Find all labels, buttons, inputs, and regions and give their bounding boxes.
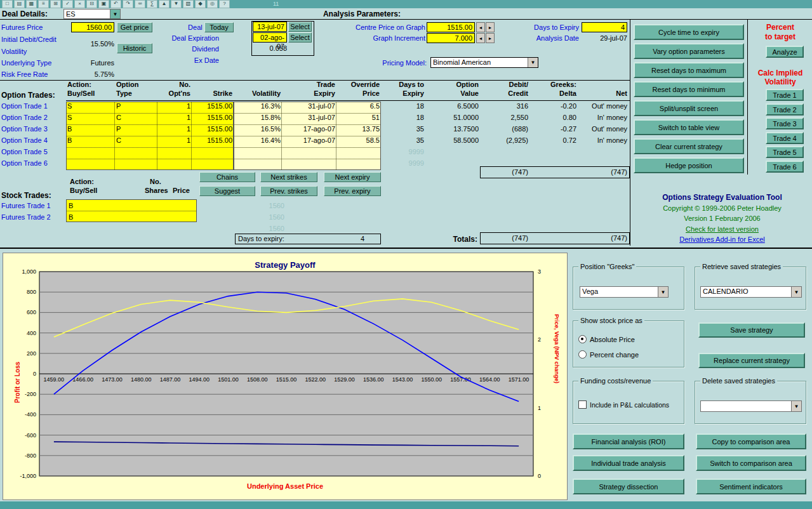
zoom-icon[interactable]: ◎ <box>207 0 218 8</box>
option-trades-input-block[interactable] <box>66 102 234 170</box>
split-unsplit-screen-button[interactable]: Split/unsplit screen <box>634 100 744 116</box>
switch-to-table-view-button[interactable]: Switch to table view <box>634 119 744 135</box>
centre-price-spin-down[interactable]: ◄ <box>476 22 485 32</box>
deal-expiration-input[interactable]: 02-ago-07 <box>253 32 287 43</box>
trade-2-type[interactable]: C <box>116 114 154 121</box>
hyperlink-icon[interactable]: ∞ <box>135 0 145 8</box>
historic-button[interactable]: Historic <box>117 43 152 53</box>
cut-icon[interactable]: × <box>74 0 85 8</box>
sentiment-indicators-button[interactable]: Sentiment indicators <box>696 479 806 494</box>
chevron-down-icon[interactable]: ▼ <box>791 287 801 297</box>
drawing-icon[interactable]: ◆ <box>195 0 206 8</box>
financial-analysis-button[interactable]: Financial analysis (ROI) <box>573 433 684 449</box>
centre-price-spin-up[interactable]: ► <box>486 22 495 32</box>
trade-3-type[interactable]: P <box>116 125 154 133</box>
replace-strategy-button[interactable]: Replace current strategy <box>698 353 805 368</box>
new-icon[interactable]: □ <box>2 0 13 8</box>
cycle-time-to-expiry-button[interactable]: Cycle time to expiry <box>634 24 744 40</box>
analyze-button[interactable]: Analyze <box>766 46 804 58</box>
trade-4-override[interactable]: 58.5 <box>336 136 380 144</box>
prev-expiry-button[interactable]: Prev. expiry <box>324 186 381 196</box>
deal-date-input[interactable]: 13-jul-07 <box>253 22 287 32</box>
delete-select[interactable]: ▼ <box>700 400 802 412</box>
trade-3-button[interactable]: Trade 3 <box>766 117 804 129</box>
select-deal-expiration-button[interactable]: Select <box>288 32 312 43</box>
sort-descending-icon[interactable]: ▼ <box>171 0 182 8</box>
print-preview-icon[interactable]: ⊞ <box>50 0 61 8</box>
trade-3-override[interactable]: 13.75 <box>336 125 380 133</box>
save-strategy-button[interactable]: Save strategy <box>698 322 805 338</box>
redo-icon[interactable]: ↷ <box>123 0 133 8</box>
paste-icon[interactable]: ▣ <box>98 0 109 8</box>
chevron-down-icon[interactable]: ▼ <box>528 58 538 67</box>
trade-2-vol[interactable]: 15.8% <box>234 114 281 121</box>
trade-4-expiry[interactable]: 17-ago-07 <box>282 136 335 144</box>
stock-trades-input-block[interactable] <box>66 199 197 222</box>
help-icon[interactable]: ? <box>219 0 230 8</box>
trade-4-qty[interactable]: 1 <box>157 136 190 144</box>
trade-3-action[interactable]: B <box>67 125 112 133</box>
trade-1-expiry[interactable]: 31-jul-07 <box>282 102 335 110</box>
centre-price-input[interactable]: 1515.00 <box>427 22 475 32</box>
option-trades-calc-block[interactable] <box>234 102 381 170</box>
futures-trade-2-action[interactable]: B <box>69 213 73 221</box>
chevron-down-icon[interactable]: ▼ <box>110 10 120 18</box>
trade-4-vol[interactable]: 16.4% <box>234 136 281 144</box>
trade-3-qty[interactable]: 1 <box>157 125 190 133</box>
funding-checkbox[interactable] <box>578 400 587 409</box>
switch-comparison-button[interactable]: Switch to comparison area <box>696 455 806 471</box>
trade-2-qty[interactable]: 1 <box>157 114 190 121</box>
trade-4-button[interactable]: Trade 4 <box>766 132 804 144</box>
trade-2-expiry[interactable]: 31-jul-07 <box>282 114 335 121</box>
sort-ascending-icon[interactable]: ▲ <box>159 0 170 8</box>
today-button[interactable]: Today <box>204 22 234 32</box>
graph-increment-spin-down[interactable]: ◄ <box>476 33 485 43</box>
trade-4-strike[interactable]: 1515.00 <box>192 136 232 144</box>
copy-comparison-button[interactable]: Copy to comparison area <box>696 433 806 449</box>
futures-trade-1-action[interactable]: B <box>69 202 73 209</box>
check-latest-link[interactable]: Check for latest version <box>632 225 812 233</box>
trade-2-strike[interactable]: 1515.00 <box>192 114 232 121</box>
trade-5-button[interactable]: Trade 5 <box>766 146 804 158</box>
reset-days-to-maximum-button[interactable]: Reset days to maximum <box>634 62 744 78</box>
chains-button[interactable]: Chains <box>199 172 255 182</box>
trade-2-button[interactable]: Trade 2 <box>766 103 804 116</box>
trade-2-action[interactable]: S <box>67 114 112 121</box>
next-strikes-button[interactable]: Next strikes <box>260 172 317 182</box>
trade-1-type[interactable]: P <box>116 102 154 110</box>
trade-3-strike[interactable]: 1515.00 <box>192 125 232 133</box>
vary-option-parameters-button[interactable]: Vary option parameters <box>634 43 744 59</box>
spelling-icon[interactable]: ✓ <box>62 0 73 8</box>
retrieve-select[interactable]: CALENDARIO ▼ <box>700 286 802 298</box>
save-icon[interactable]: ▦ <box>26 0 37 8</box>
trade-3-expiry[interactable]: 17-ago-07 <box>282 125 335 133</box>
trade-1-vol[interactable]: 16.3% <box>234 102 281 110</box>
prev-strikes-button[interactable]: Prev. strikes <box>260 186 317 196</box>
individual-trade-button[interactable]: Individual trade analysis <box>573 455 684 471</box>
days-to-expiry-input[interactable]: 4 <box>582 22 627 32</box>
greeks-select[interactable]: Vega ▼ <box>580 286 669 298</box>
trade-4-type[interactable]: C <box>116 136 154 144</box>
print-icon[interactable]: ≡ <box>38 0 49 8</box>
trade-1-action[interactable]: S <box>67 102 112 110</box>
pricing-model-select[interactable]: Binomial American ▼ <box>430 57 538 68</box>
trade-1-button[interactable]: Trade 1 <box>766 89 804 101</box>
copy-icon[interactable]: ⊟ <box>86 0 97 8</box>
select-deal-date-button[interactable]: Select <box>288 22 312 32</box>
trade-1-override[interactable]: 6.5 <box>336 102 380 110</box>
futures-price-input[interactable]: 1560.00 <box>71 22 114 32</box>
trade-2-override[interactable]: 51 <box>336 114 380 121</box>
suggest-button[interactable]: Suggest <box>199 186 255 196</box>
reset-days-to-minimum-button[interactable]: Reset days to minimum <box>634 81 744 97</box>
open-icon[interactable]: ▤ <box>14 0 25 8</box>
trade-3-vol[interactable]: 16.5% <box>234 125 281 133</box>
hedge-position-button[interactable]: Hedge position <box>634 157 744 173</box>
trade-4-action[interactable]: B <box>67 136 112 144</box>
trade-1-strike[interactable]: 1515.00 <box>192 102 232 110</box>
chevron-down-icon[interactable]: ▼ <box>658 287 668 297</box>
derivatives-addin-link[interactable]: Derivatives Add-in for Excel <box>632 235 812 243</box>
graph-increment-spin-up[interactable]: ► <box>486 33 495 43</box>
percent-change-radio[interactable] <box>578 350 587 359</box>
strategy-dissection-button[interactable]: Strategy dissection <box>573 479 684 494</box>
chevron-down-icon[interactable]: ▼ <box>791 401 801 411</box>
